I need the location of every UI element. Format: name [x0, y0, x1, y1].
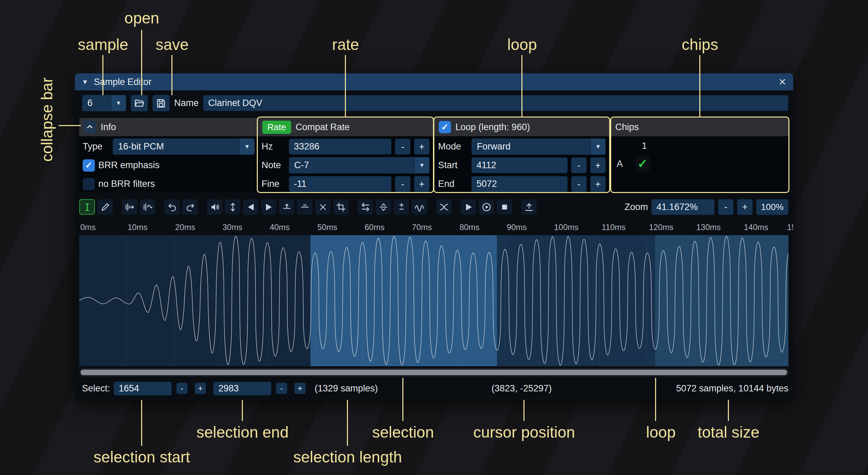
- zoom-reset-button[interactable]: 100%: [756, 199, 788, 215]
- open-button[interactable]: [131, 95, 148, 111]
- status-bar: Select: 1654 - + 2983 - + (1329 samples)…: [79, 380, 788, 397]
- insert-silence-button[interactable]: [279, 199, 295, 215]
- timeline-tick-label: 90ms: [507, 223, 527, 232]
- zoom-in-button[interactable]: +: [737, 199, 753, 215]
- loop-end-decrease-button[interactable]: -: [571, 176, 587, 192]
- select-tool-button[interactable]: [79, 199, 95, 215]
- timeline-tick-label: 80ms: [460, 223, 480, 232]
- chevron-down-icon: ▼: [111, 95, 126, 111]
- timeline-tick-label: 100ms: [554, 223, 579, 232]
- waveform-canvas[interactable]: [79, 235, 788, 366]
- save-button[interactable]: [152, 95, 170, 111]
- fine-input[interactable]: -11: [289, 176, 391, 192]
- annotation-loop-bottom: loop: [646, 423, 676, 441]
- stop-icon: [500, 202, 510, 212]
- waveform-scrollbar[interactable]: [79, 368, 788, 376]
- stop-button[interactable]: [497, 199, 512, 215]
- loop-end-input[interactable]: 5072: [471, 176, 568, 192]
- undo-button[interactable]: [164, 199, 180, 215]
- resize-button[interactable]: [122, 199, 137, 215]
- sample-selector[interactable]: 6 ▼: [82, 95, 126, 111]
- invert-icon: [379, 202, 388, 212]
- annotation-line-selection-length: [347, 400, 348, 446]
- amplify-button[interactable]: [207, 199, 222, 215]
- rate-tag: Rate: [262, 121, 291, 134]
- create-wavetable-button[interactable]: [521, 199, 537, 215]
- no-brr-filters-checkbox[interactable]: [83, 178, 95, 190]
- fine-increase-button[interactable]: +: [414, 176, 430, 192]
- hz-increase-button[interactable]: +: [414, 139, 430, 155]
- note-dropdown[interactable]: C-7 ▼: [289, 157, 430, 174]
- selection-start-decrease-button[interactable]: -: [176, 383, 188, 394]
- selection-start-input[interactable]: 1654: [114, 382, 172, 395]
- redo-button[interactable]: [182, 199, 198, 215]
- loop-start-decrease-button[interactable]: -: [571, 157, 587, 173]
- chevron-down-icon: ▼: [414, 157, 429, 173]
- crossfade-icon: [439, 202, 449, 212]
- sample-edit-toolbar: Zoom 41.1672% - + 100%: [79, 198, 788, 216]
- sample-selector-value: 6: [82, 98, 111, 108]
- zoom-input[interactable]: 41.1672%: [651, 199, 715, 215]
- timeline-ruler: 0ms 10ms 20ms 30ms 40ms 50ms 60ms 70ms 8…: [75, 220, 793, 233]
- brr-emphasis-checkbox[interactable]: ✓: [83, 159, 95, 172]
- waveform-display[interactable]: [79, 235, 788, 366]
- timeline-tick-label: 150ms: [787, 223, 793, 232]
- fade-out-icon: [264, 202, 274, 212]
- collapse-bar-button[interactable]: [83, 121, 96, 134]
- save-icon: [156, 98, 166, 108]
- fine-decrease-button[interactable]: -: [395, 176, 411, 192]
- loop-mode-dropdown[interactable]: Forward ▼: [471, 138, 606, 155]
- hz-decrease-button[interactable]: -: [395, 139, 411, 155]
- hz-input[interactable]: 33286: [289, 139, 391, 155]
- loop-enabled-checkbox[interactable]: ✓: [439, 121, 451, 133]
- chip-row-label: A: [617, 159, 632, 169]
- annotation-open: open: [124, 9, 159, 27]
- resample-button[interactable]: [140, 199, 155, 215]
- selection-end-decrease-button[interactable]: -: [276, 383, 287, 394]
- select-label: Select:: [82, 383, 110, 394]
- redo-icon: [185, 202, 195, 212]
- rate-panel-title: Compat Rate: [296, 122, 350, 133]
- loop-start-increase-button[interactable]: +: [590, 157, 606, 173]
- annotation-save: save: [155, 35, 188, 54]
- check-icon: ✓: [85, 160, 93, 171]
- screenshot-background: ▼ Sample Editor ✕ 6 ▼ Name Clarinet DQV: [0, 0, 868, 475]
- close-icon[interactable]: ✕: [779, 76, 786, 88]
- selection-start-increase-button[interactable]: +: [195, 383, 206, 394]
- loop-end-increase-button[interactable]: +: [590, 176, 606, 192]
- selection-end-increase-button[interactable]: +: [294, 383, 306, 394]
- annotation-selection-end: selection end: [196, 423, 288, 441]
- loop-panel-header: ✓ Loop (length: 960): [435, 118, 609, 136]
- scrollbar-thumb[interactable]: [81, 370, 787, 375]
- filter-button[interactable]: [412, 199, 427, 215]
- window-collapse-icon[interactable]: ▼: [82, 78, 88, 86]
- trim-button[interactable]: [333, 199, 349, 215]
- selection-end-input[interactable]: 2983: [213, 382, 271, 395]
- chip-enabled-checkbox[interactable]: ✓: [635, 156, 650, 171]
- pencil-icon: [100, 202, 110, 212]
- type-dropdown[interactable]: 16-bit PCM ▼: [113, 138, 255, 155]
- fade-out-button[interactable]: [261, 199, 277, 215]
- reverse-button[interactable]: [357, 199, 373, 215]
- check-icon: ✓: [637, 157, 648, 171]
- crossfade-button[interactable]: [436, 199, 452, 215]
- loop-start-input[interactable]: 4112: [471, 157, 568, 173]
- zoom-out-button[interactable]: -: [718, 199, 734, 215]
- delete-button[interactable]: [315, 199, 331, 215]
- draw-tool-button[interactable]: [97, 199, 113, 215]
- fade-in-button[interactable]: [243, 199, 258, 215]
- name-label: Name: [174, 98, 199, 108]
- apply-silence-button[interactable]: [297, 199, 313, 215]
- preview-loop-button[interactable]: [479, 199, 494, 215]
- titlebar[interactable]: ▼ Sample Editor ✕: [75, 73, 793, 90]
- preview-button[interactable]: [461, 199, 476, 215]
- annotation-line-total-size: [728, 400, 729, 421]
- sign-invert-button[interactable]: [394, 199, 409, 215]
- reverse-icon: [361, 202, 370, 212]
- invert-button[interactable]: [375, 199, 391, 215]
- no-brr-filters-label: no BRR filters: [98, 179, 155, 189]
- name-input[interactable]: Clarinet DQV: [203, 95, 788, 111]
- info-panel: Info Type 16-bit PCM ▼ ✓ BRR emphasis: [79, 118, 258, 192]
- normalize-button[interactable]: [225, 199, 240, 215]
- speaker-icon: [210, 202, 220, 212]
